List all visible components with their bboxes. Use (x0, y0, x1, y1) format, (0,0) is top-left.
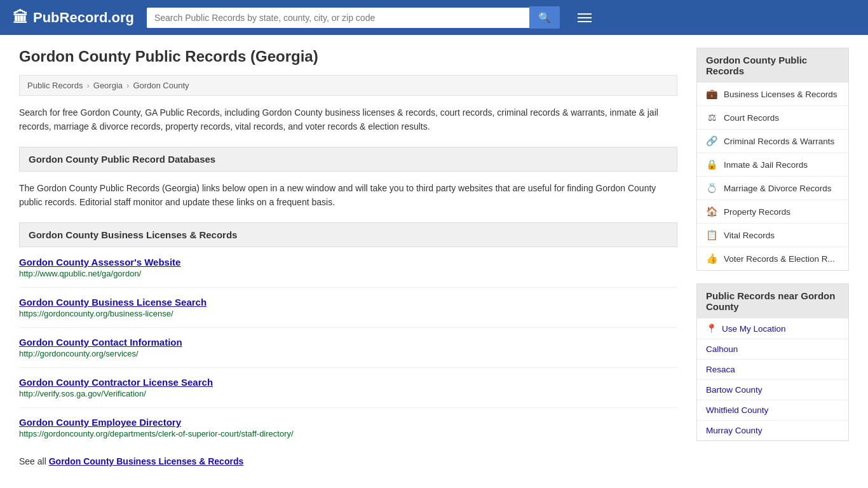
inmate-icon: 🔒 (706, 159, 717, 170)
logo-text: PubRecord.org (33, 10, 134, 26)
business-icon: 💼 (706, 88, 717, 100)
nearby-bartow[interactable]: Bartow County (697, 380, 848, 400)
record-item-3: Gordon County Contractor License Search … (19, 377, 677, 408)
record-title-2[interactable]: Gordon County Contact Information (19, 337, 677, 348)
nearby-title: Public Records near Gordon County (697, 284, 848, 318)
record-title-0[interactable]: Gordon County Assessor's Website (19, 257, 677, 268)
sidebar-public-records-title: Gordon County Public Records (697, 48, 848, 83)
menu-button[interactable] (573, 11, 597, 25)
nearby-section: Public Records near Gordon County 📍 Use … (696, 283, 849, 441)
breadcrumb-georgia[interactable]: Georgia (93, 81, 123, 90)
nearby-murray[interactable]: Murray County (697, 421, 848, 440)
intro-text: Search for free Gordon County, GA Public… (19, 105, 677, 134)
sidebar-item-label-voter: Voter Records & Election R... (724, 254, 835, 264)
record-title-4[interactable]: Gordon County Employee Directory (19, 417, 677, 428)
sidebar-item-property[interactable]: 🏠 Property Records (697, 200, 848, 224)
court-icon: ⚖ (706, 112, 717, 123)
search-input[interactable] (147, 8, 529, 28)
nearby-whitfield[interactable]: Whitfield County (697, 400, 848, 421)
record-item-4: Gordon County Employee Directory https:/… (19, 417, 677, 447)
public-records-section: Gordon County Public Records 💼 Business … (696, 48, 849, 271)
logo-icon: 🏛 (13, 9, 28, 27)
nearby-use-location[interactable]: 📍 Use My Location (697, 318, 848, 339)
sidebar-item-label-criminal: Criminal Records & Warrants (724, 137, 834, 146)
record-url-2: http://gordoncounty.org/services/ (19, 349, 677, 358)
nearby-resaca[interactable]: Resaca (697, 360, 848, 380)
sidebar-item-vital[interactable]: 📋 Vital Records (697, 224, 848, 247)
nearby-bartow-label: Bartow County (706, 385, 763, 395)
sidebar-item-label-business: Business Licenses & Records (724, 90, 837, 99)
site-logo[interactable]: 🏛 PubRecord.org (13, 9, 134, 27)
breadcrumb: Public Records › Georgia › Gordon County (19, 75, 677, 96)
databases-text: The Gordon County Public Records (Georgi… (19, 181, 677, 210)
sidebar-item-voter[interactable]: 👍 Voter Records & Election R... (697, 247, 848, 270)
breadcrumb-county: Gordon County (133, 81, 189, 90)
category-header: Gordon County Business Licenses & Record… (19, 222, 677, 247)
record-item-1: Gordon County Business License Search ht… (19, 297, 677, 328)
sidebar: Gordon County Public Records 💼 Business … (696, 48, 849, 466)
search-bar: 🔍 (147, 6, 560, 29)
record-title-1[interactable]: Gordon County Business License Search (19, 297, 677, 308)
record-title-3[interactable]: Gordon County Contractor License Search (19, 377, 677, 388)
voter-icon: 👍 (706, 253, 717, 264)
sidebar-item-inmate[interactable]: 🔒 Inmate & Jail Records (697, 153, 848, 177)
sidebar-item-label-inmate: Inmate & Jail Records (724, 160, 808, 170)
sidebar-item-label-marriage: Marriage & Divorce Records (724, 184, 832, 193)
databases-header: Gordon County Public Record Databases (19, 147, 677, 172)
record-url-3: http://verify.sos.ga.gov/Verification/ (19, 389, 677, 398)
sidebar-item-label-property: Property Records (724, 207, 790, 217)
nearby-murray-label: Murray County (706, 426, 763, 435)
see-all-link[interactable]: Gordon County Business Licenses & Record… (49, 456, 244, 466)
sidebar-item-marriage[interactable]: 💍 Marriage & Divorce Records (697, 177, 848, 200)
see-all: See all Gordon County Business Licenses … (19, 456, 677, 466)
nearby-resaca-label: Resaca (706, 365, 735, 374)
record-url-4: https://gordoncounty.org/departments/cle… (19, 429, 677, 438)
location-pin-icon: 📍 (706, 323, 717, 334)
record-url-1: https://gordoncounty.org/business-licens… (19, 309, 677, 318)
sidebar-item-business[interactable]: 💼 Business Licenses & Records (697, 83, 848, 106)
page-title: Gordon County Public Records (Georgia) (19, 48, 677, 65)
sidebar-item-court[interactable]: ⚖ Court Records (697, 106, 848, 130)
criminal-icon: 🔗 (706, 135, 717, 147)
nearby-calhoun[interactable]: Calhoun (697, 339, 848, 360)
sidebar-item-label-vital: Vital Records (724, 231, 775, 240)
marriage-icon: 💍 (706, 182, 717, 194)
property-icon: 🏠 (706, 206, 717, 217)
record-item-0: Gordon County Assessor's Website http://… (19, 257, 677, 288)
vital-icon: 📋 (706, 229, 717, 241)
nearby-calhoun-label: Calhoun (706, 344, 738, 354)
record-item-2: Gordon County Contact Information http:/… (19, 337, 677, 368)
sidebar-item-label-court: Court Records (724, 113, 779, 123)
nearby-location-label: Use My Location (722, 324, 786, 334)
breadcrumb-public-records[interactable]: Public Records (27, 81, 83, 90)
records-list: Gordon County Assessor's Website http://… (19, 257, 677, 447)
nearby-whitfield-label: Whitfield County (706, 405, 768, 415)
sidebar-item-criminal[interactable]: 🔗 Criminal Records & Warrants (697, 130, 848, 153)
record-url-0: http://www.qpublic.net/ga/gordon/ (19, 269, 677, 278)
content-area: Gordon County Public Records (Georgia) P… (19, 48, 677, 466)
search-button[interactable]: 🔍 (529, 6, 560, 29)
see-all-text: See all (19, 456, 46, 466)
